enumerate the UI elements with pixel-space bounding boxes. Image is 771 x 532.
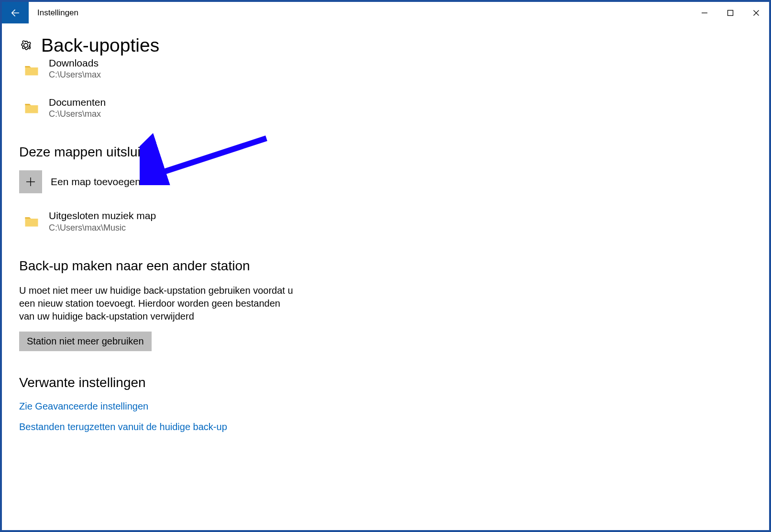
content-area: Back-upopties Downloads C:\Users\max Doc…: [2, 23, 769, 432]
folder-name: Downloads: [49, 58, 101, 69]
link-advanced-settings[interactable]: Zie Geavanceerde instellingen: [19, 401, 769, 412]
window-title: Instellingen: [37, 8, 78, 18]
section-heading-exclude: Deze mappen uitsluiten: [19, 144, 769, 160]
maximize-button[interactable]: [717, 2, 743, 23]
included-folder-list: Downloads C:\Users\max Documenten C:\Use…: [19, 58, 769, 123]
titlebar: Instellingen: [2, 2, 769, 23]
back-button[interactable]: [2, 2, 29, 23]
folder-path: C:\Users\max: [49, 108, 106, 120]
folder-icon: [23, 100, 40, 117]
section-heading-other-drive: Back-up maken naar een ander station: [19, 258, 769, 274]
window-controls: [692, 2, 769, 23]
folder-name: Uitgesloten muziek map: [49, 210, 156, 222]
page-header: Back-upopties: [19, 35, 769, 56]
folder-path: C:\Users\max\Music: [49, 222, 156, 233]
plus-icon: [19, 170, 42, 193]
list-item[interactable]: Downloads C:\Users\max: [19, 58, 297, 85]
link-restore-files[interactable]: Bestanden terugzetten vanuit de huidige …: [19, 421, 769, 432]
back-arrow-icon: [10, 8, 21, 18]
section-heading-related: Verwante instellingen: [19, 375, 769, 390]
add-folder-button[interactable]: Een map toevoegen: [19, 170, 297, 193]
page-title: Back-upopties: [41, 35, 159, 56]
list-item[interactable]: Uitgesloten muziek map C:\Users\max\Musi…: [19, 206, 297, 237]
folder-name: Documenten: [49, 96, 106, 108]
svg-rect-1: [728, 10, 733, 15]
folder-icon: [23, 62, 40, 79]
other-drive-description: U moet niet meer uw huidige back-upstati…: [19, 284, 297, 323]
list-item[interactable]: Documenten C:\Users\max: [19, 92, 297, 123]
close-button[interactable]: [743, 2, 769, 23]
minimize-button[interactable]: [692, 2, 717, 23]
add-folder-label: Een map toevoegen: [51, 176, 141, 188]
stop-using-drive-button[interactable]: Station niet meer gebruiken: [19, 332, 152, 351]
folder-path: C:\Users\max: [49, 69, 101, 80]
folder-icon: [23, 213, 40, 230]
gear-icon: [19, 39, 33, 52]
